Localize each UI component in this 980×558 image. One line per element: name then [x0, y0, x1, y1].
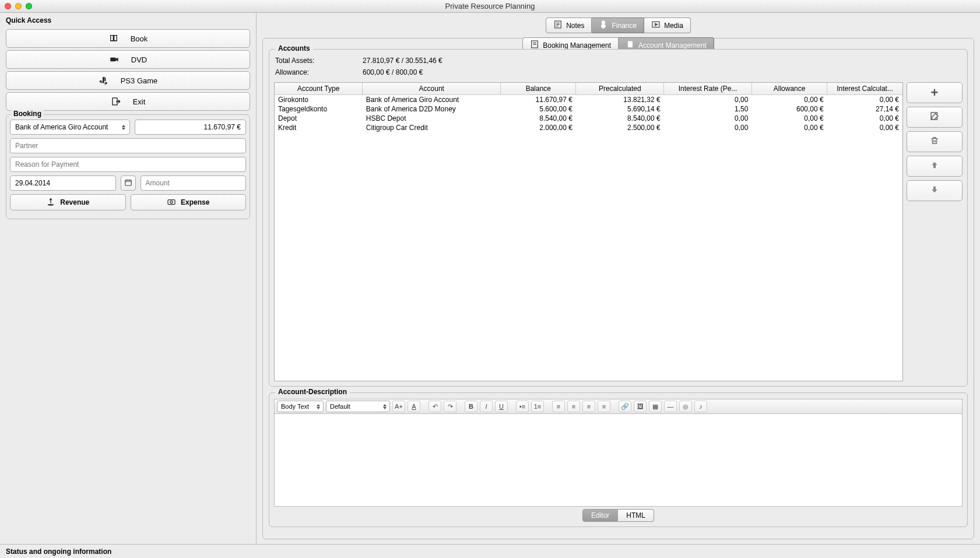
tab-finance[interactable]: Finance — [592, 17, 644, 33]
add-account-button[interactable]: + — [907, 82, 963, 103]
table-row[interactable]: GirokontoBank of America Giro Account11.… — [275, 95, 902, 105]
dvd-button[interactable]: DVD — [6, 50, 250, 69]
link-icon: 🔗 — [621, 403, 629, 410]
revenue-icon — [46, 197, 55, 208]
table-icon: ▦ — [652, 403, 658, 410]
booking-box: Booking Bank of America Giro Account — [6, 114, 250, 219]
book-button[interactable]: Book — [6, 29, 250, 48]
col-interest-calc[interactable]: Interest Calculat... — [827, 83, 902, 95]
col-balance[interactable]: Balance — [501, 83, 576, 95]
bold-button[interactable]: B — [465, 401, 477, 412]
reason-input[interactable] — [15, 160, 241, 169]
move-down-button[interactable] — [907, 180, 963, 201]
exit-button[interactable]: Exit — [6, 92, 250, 111]
tab-notes[interactable]: Notes — [546, 17, 592, 33]
col-account-type[interactable]: Account Type — [275, 83, 363, 95]
font-color-button[interactable]: A — [408, 401, 420, 412]
col-account[interactable]: Account — [363, 83, 501, 95]
table-row[interactable]: TagesgeldkontoBank of America D2D Money5… — [275, 104, 902, 114]
html-mode-tab[interactable]: HTML — [618, 509, 654, 522]
tab-media-label: Media — [664, 22, 683, 30]
reason-field[interactable] — [10, 157, 246, 172]
media-button[interactable]: ♪ — [694, 401, 707, 412]
editor-mode-tab[interactable]: Editor — [582, 509, 618, 522]
align-center-button[interactable]: ≡ — [567, 401, 580, 412]
tab-booking-mgmt-label: Booking Management — [543, 41, 611, 50]
arrow-up-icon — [930, 160, 939, 173]
minimize-window-button[interactable] — [15, 3, 22, 9]
exit-label: Exit — [133, 97, 146, 106]
cell-balance: 5.600,00 € — [501, 104, 576, 114]
description-legend: Account-Description — [275, 388, 350, 396]
accounts-table[interactable]: Account Type Account Balance Precalculat… — [274, 82, 903, 381]
font-increase-icon: A+ — [395, 403, 403, 410]
revenue-button[interactable]: Revenue — [10, 194, 126, 210]
zoom-window-button[interactable] — [26, 3, 32, 9]
delete-account-button[interactable] — [907, 131, 963, 152]
style-select-value: Body Text — [281, 403, 309, 410]
partner-input[interactable] — [15, 142, 241, 150]
cell-interest-calc: 27,14 € — [827, 104, 902, 114]
underline-button[interactable]: U — [495, 401, 508, 412]
partner-field[interactable] — [10, 138, 246, 153]
expense-label: Expense — [181, 198, 209, 206]
table-row[interactable]: KreditCitigroup Car Credit2.000,00 €2.50… — [275, 123, 902, 132]
undo-button[interactable]: ↶ — [428, 401, 441, 412]
calendar-button[interactable] — [121, 176, 136, 191]
col-precalculated[interactable]: Precalculated — [576, 83, 664, 95]
font-select[interactable]: Default — [326, 401, 390, 412]
col-allowance[interactable]: Allowance — [751, 83, 827, 95]
align-right-icon: ≡ — [587, 403, 591, 410]
source-button[interactable]: ◎ — [679, 401, 692, 412]
arrow-down-icon — [930, 185, 939, 197]
underline-icon: U — [499, 403, 504, 410]
trash-icon — [930, 136, 939, 148]
italic-button[interactable]: I — [480, 401, 493, 412]
align-justify-button[interactable]: ≡ — [598, 401, 610, 412]
editor-toolbar: Body Text Default A+ A ↶ ↷ B I U — [274, 399, 963, 413]
image-button[interactable]: 🖼 — [634, 401, 647, 412]
cell-interest-rate: 0,00 — [664, 123, 752, 132]
ps3-game-button[interactable]: PS3 Game — [6, 71, 250, 90]
bullet-list-icon: •≡ — [519, 403, 525, 410]
editor-textarea[interactable] — [274, 413, 963, 507]
finance-icon — [599, 20, 608, 31]
align-right-button[interactable]: ≡ — [582, 401, 595, 412]
account-select[interactable]: Bank of America Giro Account — [10, 120, 130, 135]
cell-account: Bank of America D2D Money — [363, 104, 501, 114]
link-button[interactable]: 🔗 — [619, 401, 631, 412]
tab-account-mgmt-label: Account Management — [638, 41, 707, 50]
expense-button[interactable]: Expense — [131, 194, 247, 210]
style-select[interactable]: Body Text — [277, 401, 324, 412]
italic-icon: I — [485, 403, 487, 410]
date-input[interactable] — [15, 179, 111, 187]
tab-media[interactable]: Media — [644, 17, 691, 33]
amount-input[interactable] — [146, 179, 241, 187]
cell-precalculated: 13.821,32 € — [576, 95, 664, 105]
close-window-button[interactable] — [5, 3, 11, 9]
edit-account-button[interactable] — [907, 107, 963, 128]
move-up-button[interactable] — [907, 156, 963, 177]
table-button[interactable]: ▦ — [649, 401, 662, 412]
hr-button[interactable]: — — [664, 401, 677, 412]
font-select-value: Default — [330, 403, 350, 410]
redo-button[interactable]: ↷ — [444, 401, 456, 412]
date-field[interactable] — [10, 176, 116, 191]
align-left-button[interactable]: ≡ — [552, 401, 565, 412]
col-interest-rate[interactable]: Interest Rate (Pe... — [664, 83, 752, 95]
editor-mode-label: Editor — [591, 511, 609, 520]
number-list-button[interactable]: 1≡ — [531, 401, 544, 412]
main-tabbar: Notes Finance Media — [262, 17, 974, 33]
cell-account-type: Depot — [275, 114, 363, 123]
svg-rect-4 — [168, 199, 175, 204]
cell-balance: 11.670,97 € — [501, 95, 576, 105]
cell-interest-rate: 1,50 — [664, 104, 752, 114]
dropdown-caret-icon — [315, 402, 322, 411]
cell-account: HSBC Depot — [363, 114, 501, 123]
table-row[interactable]: DepotHSBC Depot8.540,00 €8.540,00 €0,000… — [275, 114, 902, 123]
book-label: Book — [131, 34, 148, 43]
accounts-side-buttons: + — [907, 82, 963, 381]
increase-font-button[interactable]: A+ — [392, 401, 405, 412]
amount-field[interactable] — [140, 176, 247, 191]
bullet-list-button[interactable]: •≡ — [516, 401, 529, 412]
